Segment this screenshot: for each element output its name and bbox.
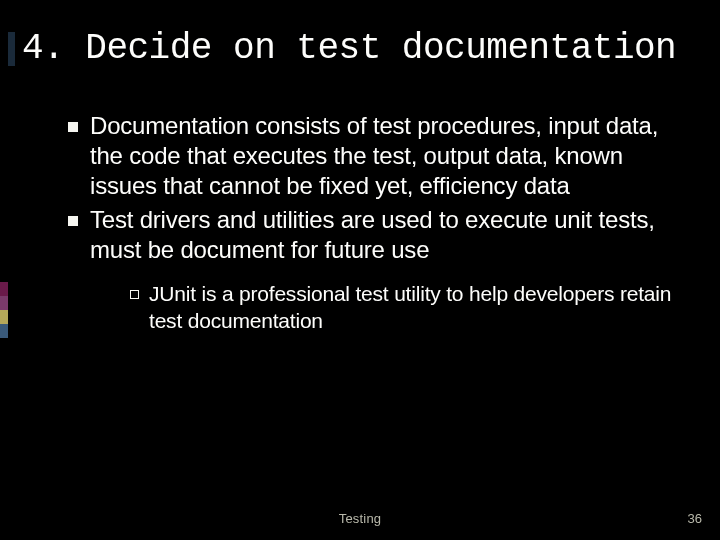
bullet-item: Test drivers and utilities are used to e… (68, 205, 672, 265)
sub-bullet-group: JUnit is a professional test utility to … (68, 269, 672, 335)
outline-square-bullet-icon (130, 290, 139, 299)
bullet-text: Documentation consists of test procedure… (90, 111, 672, 201)
square-bullet-icon (68, 122, 78, 132)
slide-title: 4. Decide on test documentation (22, 28, 700, 69)
title-area: 4. Decide on test documentation (0, 0, 720, 75)
accent-stripes (0, 282, 8, 338)
sub-bullet-text: JUnit is a professional test utility to … (149, 281, 672, 335)
footer-label: Testing (0, 511, 720, 526)
stripe-icon (0, 296, 8, 310)
page-number: 36 (688, 511, 702, 526)
bullet-text: Test drivers and utilities are used to e… (90, 205, 672, 265)
square-bullet-icon (68, 216, 78, 226)
bullet-item: Documentation consists of test procedure… (68, 111, 672, 201)
title-accent-bar (8, 32, 15, 66)
stripe-icon (0, 324, 8, 338)
stripe-icon (0, 310, 8, 324)
slide: 4. Decide on test documentation Document… (0, 0, 720, 540)
stripe-icon (0, 282, 8, 296)
content-area: Documentation consists of test procedure… (0, 75, 720, 335)
sub-bullet-item: JUnit is a professional test utility to … (130, 281, 672, 335)
